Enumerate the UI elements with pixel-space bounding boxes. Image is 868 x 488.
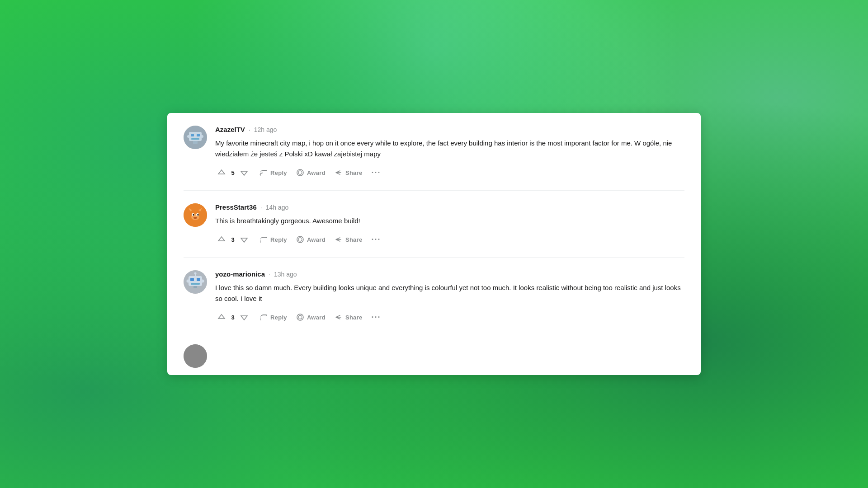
share-icon (335, 313, 343, 321)
timestamp: 13h ago (274, 271, 297, 278)
downvote-icon (240, 313, 249, 322)
more-options-button[interactable]: ··· (368, 167, 385, 178)
share-icon (335, 169, 343, 177)
award-icon (296, 169, 304, 177)
comment-header: yozo-marionica · 13h ago (215, 270, 684, 278)
svg-rect-2 (191, 134, 194, 136)
share-button[interactable]: Share (331, 310, 366, 324)
svg-point-7 (201, 135, 203, 138)
svg-rect-29 (193, 286, 197, 288)
comments-card: AzazelTV · 12h ago My favorite minecraft… (167, 113, 701, 375)
vote-section: 5 (215, 166, 250, 179)
avatar (184, 203, 207, 227)
comment-text: I love this so damn much. Every building… (215, 282, 684, 304)
share-button[interactable]: Share (331, 233, 366, 246)
award-icon (296, 235, 304, 244)
downvote-icon (240, 168, 249, 177)
svg-point-20 (197, 214, 199, 216)
avatar-partial (184, 344, 207, 368)
upvote-icon (217, 313, 226, 322)
comment-item: AzazelTV · 12h ago My favorite minecraft… (167, 113, 701, 190)
username: yozo-marionica (215, 270, 265, 278)
svg-point-9 (298, 171, 302, 174)
downvote-button[interactable] (238, 311, 250, 324)
avatar (184, 270, 207, 294)
share-button[interactable]: Share (331, 166, 366, 179)
reply-button[interactable]: Reply (256, 233, 291, 246)
comment-header: AzazelTV · 12h ago (215, 126, 684, 133)
svg-point-34 (297, 314, 303, 320)
svg-rect-4 (191, 138, 199, 140)
svg-point-6 (187, 135, 190, 138)
svg-point-33 (194, 272, 197, 275)
timestamp: 12h ago (254, 126, 277, 133)
comment-body: PressStart36 · 14h ago This is breathtak… (215, 203, 684, 257)
reply-button[interactable]: Reply (256, 310, 291, 324)
vote-count: 3 (230, 236, 236, 243)
comment-item-partial (167, 335, 701, 368)
more-options-button[interactable]: ··· (368, 234, 385, 245)
more-options-button[interactable]: ··· (368, 311, 385, 323)
svg-rect-28 (191, 283, 200, 285)
svg-point-35 (298, 315, 302, 319)
vote-section: 3 (215, 233, 250, 246)
svg-point-19 (193, 214, 194, 216)
svg-rect-3 (197, 134, 200, 136)
svg-rect-5 (193, 141, 198, 144)
svg-rect-26 (190, 278, 194, 281)
svg-point-36 (184, 344, 207, 368)
downvote-button[interactable] (238, 166, 250, 179)
username: PressStart36 (215, 203, 257, 211)
comment-body: AzazelTV · 12h ago My favorite minecraft… (215, 126, 684, 190)
award-button[interactable]: Award (292, 310, 329, 324)
comment-body: yozo-marionica · 13h ago I love this so … (215, 270, 684, 335)
comment-text: This is breathtakingly gorgeous. Awesome… (215, 216, 684, 226)
comment-header: PressStart36 · 14h ago (215, 203, 684, 211)
vote-section: 3 (215, 311, 250, 324)
comment-item: PressStart36 · 14h ago This is breathtak… (167, 191, 701, 257)
comment-text: My favorite minecraft city map, i hop on… (215, 138, 684, 160)
reply-button[interactable]: Reply (256, 166, 291, 179)
award-icon (296, 313, 304, 321)
downvote-button[interactable] (238, 233, 250, 246)
upvote-button[interactable] (215, 311, 228, 324)
svg-point-31 (201, 280, 204, 283)
page-background: AzazelTV · 12h ago My favorite minecraft… (167, 113, 701, 375)
upvote-icon (217, 235, 226, 244)
reply-icon (259, 169, 268, 177)
vote-count: 5 (230, 169, 236, 176)
svg-point-8 (297, 169, 303, 176)
award-button[interactable]: Award (292, 233, 329, 246)
svg-point-30 (187, 280, 190, 283)
share-icon (335, 235, 343, 244)
upvote-button[interactable] (215, 166, 228, 179)
comment-actions: 3 Reply (215, 233, 684, 246)
svg-point-23 (298, 238, 302, 241)
vote-count: 3 (230, 314, 236, 321)
comment-item: yozo-marionica · 13h ago I love this so … (167, 258, 701, 335)
reply-icon (259, 313, 268, 321)
reply-icon (259, 235, 268, 244)
upvote-button[interactable] (215, 233, 228, 246)
svg-point-22 (297, 236, 303, 243)
downvote-icon (240, 235, 249, 244)
timestamp: 14h ago (266, 204, 289, 211)
username: AzazelTV (215, 126, 245, 133)
upvote-icon (217, 168, 226, 177)
comment-actions: 3 Reply (215, 310, 684, 324)
svg-rect-27 (197, 278, 200, 281)
comment-actions: 5 Reply (215, 166, 684, 179)
award-button[interactable]: Award (292, 166, 329, 179)
avatar (184, 126, 207, 149)
